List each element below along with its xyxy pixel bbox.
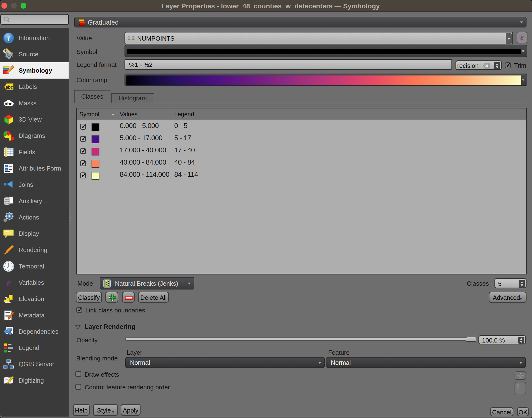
svg-text:ε: ε <box>6 277 11 288</box>
svg-text:abc: abc <box>5 101 13 106</box>
svg-text:i: i <box>7 34 10 43</box>
svg-text:abc: abc <box>5 85 13 90</box>
